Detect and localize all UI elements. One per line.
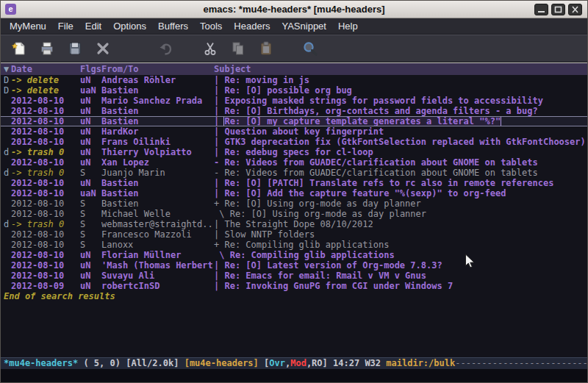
message-row[interactable]: 2012-08-10SBastien+ Re: [O] Using org-mo… <box>1 198 587 209</box>
message-flags: S <box>80 198 101 209</box>
message-row[interactable]: D-> deleteuNAndreas Röhler| Re: moving i… <box>1 75 587 85</box>
message-mark <box>4 117 11 126</box>
message-row[interactable]: 2012-08-10uNBastien| Re: [O] [PATCH] Tra… <box>1 178 587 188</box>
message-mark <box>4 188 11 198</box>
column-header-flags[interactable]: Flgs <box>80 63 101 75</box>
message-flags: S <box>80 209 101 219</box>
message-row[interactable]: 2012-08-10uNBastien| Re: [O] Birthdays, … <box>1 106 587 116</box>
message-row[interactable]: 2012-08-10uNFrans Oilinki| GTK3 deprecat… <box>1 137 587 147</box>
message-from: webmaster@straightd... <box>101 219 214 229</box>
message-row[interactable]: D-> deleteuaNBastien| Re: [O] possible o… <box>1 85 587 96</box>
message-row[interactable]: 2012-08-10uNXan Lopez- Re: Videos from G… <box>1 157 587 168</box>
header-line: ▼ Date Flgs From/To Subject <box>1 63 587 75</box>
thread-indicator: | <box>214 271 224 281</box>
menu-item-file[interactable]: File <box>52 18 79 35</box>
thread-indicator: | <box>214 188 224 198</box>
message-subject: \ Re: Compiling glib applications <box>214 250 587 260</box>
modeline-plain: 14:27 <box>333 358 365 368</box>
message-row[interactable]: 2012-08-10uNBastien| Re: [O] my capture … <box>1 116 587 126</box>
subject-text: Re: [O] Using org-mode as day planner <box>224 198 420 209</box>
window-title: emacs: *mu4e-headers* [mu4e-headers] <box>1 4 587 15</box>
message-date: 2012-08-10 <box>11 198 80 209</box>
message-from: Suvayu Ali <box>101 271 214 281</box>
message-row[interactable]: 2012-08-10uN'Mash (Thomas Herbert)| Re: … <box>1 260 587 271</box>
save-button[interactable] <box>65 38 85 59</box>
message-row[interactable]: 2012-08-10uaNBastien| Re: [O] Add the ca… <box>1 188 587 198</box>
subject-text: GTK3 deprecation fix (GtkFontSelection r… <box>224 137 585 147</box>
thread-indicator: - <box>214 168 224 178</box>
new-file-button[interactable] <box>10 38 29 59</box>
sort-direction-icon[interactable]: ▼ <box>4 63 11 75</box>
column-header-from[interactable]: From/To <box>101 63 214 75</box>
message-row[interactable]: 2012-08-10uNMario Sanchez Prada| Exposin… <box>1 96 587 106</box>
toolbar <box>1 35 587 62</box>
message-subject: | The Straight Dope 08/10/2012 <box>214 219 587 229</box>
message-date: 2012-08-10 <box>11 229 80 240</box>
subject-text: Re: Compiling glib applications <box>224 240 389 250</box>
message-from: Xan Lopez <box>101 157 214 168</box>
menu-item-buffers[interactable]: Buffers <box>152 18 194 35</box>
message-row[interactable]: 2012-08-10uNSuvayu Ali| Re: Emacs for em… <box>1 271 587 281</box>
message-subject: | GTK3 deprecation fix (GtkFontSelection… <box>214 137 587 147</box>
column-header-subject[interactable]: Subject <box>214 63 587 75</box>
message-subject: | Question about key fingerprint <box>214 126 587 137</box>
message-row[interactable]: 2012-08-10uNHardKor| Question about key … <box>1 126 587 137</box>
column-header-date[interactable]: Date <box>11 63 80 75</box>
message-row[interactable]: 2012-08-10uNFlorian Müllner \ Re: Compil… <box>1 250 587 260</box>
message-from: Lanoxx <box>101 240 214 250</box>
save-icon <box>67 40 83 57</box>
paste-button[interactable] <box>257 38 276 59</box>
new-file-icon <box>11 40 27 57</box>
message-row[interactable]: 2012-08-10SLanoxx+ Re: Compiling glib ap… <box>1 240 587 250</box>
menu-item-headers[interactable]: Headers <box>228 18 276 35</box>
subject-text: Exposing masked strings for password fie… <box>224 96 542 106</box>
message-row[interactable]: d-> trash 0Swebmaster@straightd...| The … <box>1 219 587 229</box>
copy-button[interactable] <box>229 38 248 59</box>
message-from: Thierry Volpiatto <box>101 147 214 157</box>
thread-indicator: | <box>214 229 224 240</box>
message-mark <box>4 96 11 106</box>
close-button[interactable] <box>568 4 582 15</box>
search-button[interactable] <box>301 38 320 59</box>
modeline-plain: [ <box>259 358 269 368</box>
modeline-plain: ] <box>323 358 333 368</box>
message-mark <box>4 260 11 271</box>
thread-indicator: + <box>214 198 224 209</box>
message-subject: | Re: [O] [PATCH] Translate refs to rc a… <box>214 178 587 188</box>
mouse-cursor <box>465 254 476 269</box>
menu-item-options[interactable]: Options <box>107 18 152 35</box>
message-subject: | Slow NNTP folders <box>214 229 587 240</box>
message-mark <box>4 157 11 168</box>
message-flags: uN <box>80 75 101 85</box>
minimize-button[interactable] <box>534 4 548 15</box>
message-from: Bastien <box>101 106 214 116</box>
subject-text: Re: [O] Latest version of Org-mode 7.8.3… <box>224 260 442 271</box>
message-flags: uN <box>80 147 101 157</box>
echo-area[interactable] <box>1 369 587 382</box>
message-flags: S <box>80 219 101 229</box>
message-row[interactable]: 2012-08-10SMichael Welle \ Re: [O] Using… <box>1 209 587 219</box>
message-subject: | Re: [O] Birthdays, org-contacts and ag… <box>214 106 587 116</box>
menu-item-yasnippet[interactable]: YASnippet <box>276 18 331 35</box>
modeline-plain: W32 <box>365 358 386 368</box>
message-row[interactable]: d-> trash 0SJuanjo Marin- Re: Videos fro… <box>1 168 587 178</box>
message-row[interactable]: d-> trash 0uNThierry Volpiatto| Re: edeb… <box>1 147 587 157</box>
menu-item-mymenu[interactable]: MyMenu <box>4 18 52 35</box>
menu-item-help[interactable]: Help <box>332 18 364 35</box>
maximize-button[interactable] <box>551 4 565 15</box>
message-row[interactable]: 2012-08-10SFrancesco Mazzoli| Slow NNTP … <box>1 229 587 240</box>
message-flags: uN <box>80 137 101 147</box>
undo-button[interactable] <box>157 38 176 59</box>
kill-buffer-button[interactable] <box>93 38 112 59</box>
emacs-app-icon: e <box>5 4 16 15</box>
message-row[interactable]: 2012-08-09uNrobertcInSD| Re: Invoking Gn… <box>1 281 587 291</box>
print-button[interactable] <box>37 38 57 59</box>
cut-button[interactable] <box>201 38 220 59</box>
message-flags: uN <box>80 117 101 126</box>
title-bar: e emacs: *mu4e-headers* [mu4e-headers] <box>1 1 587 18</box>
message-date: 2012-08-10 <box>11 250 80 260</box>
menu-item-edit[interactable]: Edit <box>79 18 107 35</box>
message-from: Michael Welle <box>101 209 214 219</box>
kill-buffer-icon <box>95 40 111 57</box>
menu-item-tools[interactable]: Tools <box>194 18 228 35</box>
